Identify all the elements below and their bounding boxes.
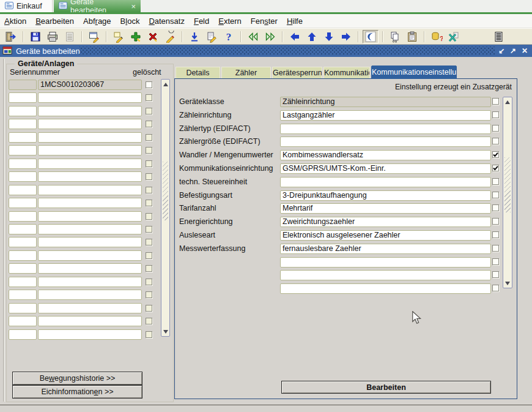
- serial-number-field[interactable]: [38, 303, 142, 313]
- deleted-checkbox[interactable]: [146, 160, 152, 167]
- tab-zähler[interactable]: Zähler: [221, 67, 271, 78]
- deleted-checkbox[interactable]: [146, 331, 152, 338]
- query-record-icon[interactable]: [162, 30, 178, 43]
- device-type-field[interactable]: [9, 132, 37, 143]
- bearbeiten-button[interactable]: Bearbeiten: [281, 381, 491, 394]
- save-icon[interactable]: [28, 30, 43, 43]
- device-type-field[interactable]: [9, 250, 37, 261]
- sql-query-icon[interactable]: ?: [429, 30, 445, 43]
- setting-checkbox[interactable]: [492, 204, 499, 211]
- setting-checkbox[interactable]: [492, 111, 499, 118]
- field-value[interactable]: fernauslesbare Zaehler: [280, 244, 491, 254]
- copy-icon[interactable]: [387, 30, 403, 43]
- record-list-icon[interactable]: [62, 30, 78, 43]
- device-type-field[interactable]: [9, 185, 37, 195]
- device-type-field[interactable]: [9, 159, 37, 169]
- serial-number-field[interactable]: 1MCS0010203067: [38, 80, 142, 90]
- field-value[interactable]: Lastgangzähler: [280, 110, 491, 121]
- print-icon[interactable]: [45, 30, 61, 43]
- serial-number-field[interactable]: [38, 250, 142, 261]
- clear-record-icon[interactable]: [111, 30, 127, 43]
- tab-kommunikationseinstellungen[interactable]: Kommunikationseinstellungen: [371, 66, 457, 79]
- device-type-field[interactable]: [9, 237, 37, 247]
- serial-number-field[interactable]: [38, 159, 142, 169]
- device-type-field[interactable]: [9, 80, 37, 90]
- serial-number-field[interactable]: [38, 132, 142, 143]
- tab-gerätesperrung[interactable]: Gerätesperrung: [272, 67, 322, 78]
- device-type-field[interactable]: [9, 263, 37, 274]
- deleted-checkbox[interactable]: [146, 147, 152, 154]
- menu-item-extern[interactable]: Extern: [218, 17, 242, 26]
- device-type-field[interactable]: [9, 277, 37, 287]
- deleted-checkbox[interactable]: [146, 279, 152, 285]
- scroll-up-icon[interactable]: [161, 80, 169, 88]
- menu-item-hilfe[interactable]: Hilfe: [287, 17, 303, 26]
- field-value[interactable]: Zähleinrichtung: [280, 97, 491, 107]
- setting-checkbox[interactable]: [492, 125, 499, 132]
- device-type-field[interactable]: [9, 224, 37, 234]
- menu-item-aktion[interactable]: Aktion: [4, 17, 26, 26]
- serial-number-field[interactable]: [38, 106, 142, 116]
- device-type-field[interactable]: [9, 211, 37, 222]
- field-value[interactable]: GSM/GPRS/UMTS-Kom.-Einr.: [280, 163, 491, 174]
- field-value[interactable]: Mehrtarif: [280, 203, 491, 214]
- field-value[interactable]: [280, 177, 491, 187]
- menu-item-abfrage[interactable]: Abfrage: [83, 17, 111, 26]
- mdi-tab-einkauf[interactable]: Einkauf: [0, 0, 53, 12]
- form-scrollbar[interactable]: [503, 97, 512, 288]
- device-type-field[interactable]: [9, 92, 37, 103]
- setting-checkbox[interactable]: [492, 151, 499, 158]
- field-value[interactable]: Kombimesswandlersatz: [280, 150, 491, 160]
- setting-checkbox[interactable]: [492, 192, 499, 198]
- scroll-up-icon[interactable]: [503, 98, 512, 106]
- delete-record-icon[interactable]: [145, 30, 161, 43]
- serial-number-field[interactable]: [38, 92, 142, 103]
- device-type-field[interactable]: [9, 198, 37, 208]
- setting-checkbox[interactable]: [492, 165, 499, 171]
- serial-number-field[interactable]: [38, 198, 142, 208]
- deleted-checkbox[interactable]: [146, 121, 152, 127]
- enter-query-icon[interactable]: [86, 30, 102, 43]
- setting-checkbox[interactable]: [492, 231, 499, 238]
- setting-checkbox[interactable]: [492, 218, 499, 225]
- serial-number-field[interactable]: [38, 277, 142, 287]
- deleted-checkbox[interactable]: [146, 252, 152, 259]
- field-value[interactable]: Zweirichtungszaehler: [280, 217, 491, 227]
- scroll-next-icon[interactable]: [262, 30, 278, 43]
- field-value[interactable]: [280, 124, 491, 134]
- serial-number-field[interactable]: [38, 237, 142, 247]
- serial-number-field[interactable]: [38, 211, 142, 222]
- insert-record-icon[interactable]: [128, 30, 144, 43]
- serial-number-field[interactable]: [38, 119, 142, 129]
- setting-checkbox[interactable]: [492, 271, 499, 278]
- bewegungshistorie-button[interactable]: Bewegungshistorie >>: [12, 372, 142, 385]
- brand-toggle-icon[interactable]: [363, 30, 379, 43]
- menu-list-icon[interactable]: [490, 30, 506, 43]
- device-type-field[interactable]: [9, 316, 37, 326]
- exit-icon[interactable]: [3, 30, 19, 43]
- deleted-checkbox[interactable]: [146, 226, 152, 233]
- deleted-checkbox[interactable]: [146, 318, 152, 324]
- field-value[interactable]: [280, 270, 491, 280]
- close-icon[interactable]: ✕: [520, 46, 530, 55]
- eichinformationen-button[interactable]: Eichinformationen >>: [12, 385, 142, 399]
- serial-number-field[interactable]: [38, 145, 142, 155]
- serial-number-field[interactable]: [38, 224, 142, 234]
- deleted-checkbox[interactable]: [146, 200, 152, 206]
- serial-number-field[interactable]: [38, 171, 142, 182]
- field-value[interactable]: [280, 257, 491, 268]
- device-list-scrollbar[interactable]: [161, 79, 170, 337]
- deleted-checkbox[interactable]: [146, 265, 152, 272]
- help-icon[interactable]: ?: [221, 30, 237, 43]
- nav-down-icon[interactable]: [321, 30, 337, 43]
- device-type-field[interactable]: [9, 106, 37, 116]
- tab-close-icon[interactable]: ×: [131, 2, 136, 10]
- deleted-checkbox[interactable]: [146, 134, 152, 141]
- import-icon[interactable]: [187, 30, 202, 43]
- serial-number-field[interactable]: [38, 185, 142, 195]
- deleted-checkbox[interactable]: [146, 213, 152, 220]
- serial-number-field[interactable]: [38, 263, 142, 274]
- serial-number-field[interactable]: [38, 290, 142, 300]
- menu-item-bearbeiten[interactable]: Bearbeiten: [35, 17, 74, 26]
- device-type-field[interactable]: [9, 290, 37, 300]
